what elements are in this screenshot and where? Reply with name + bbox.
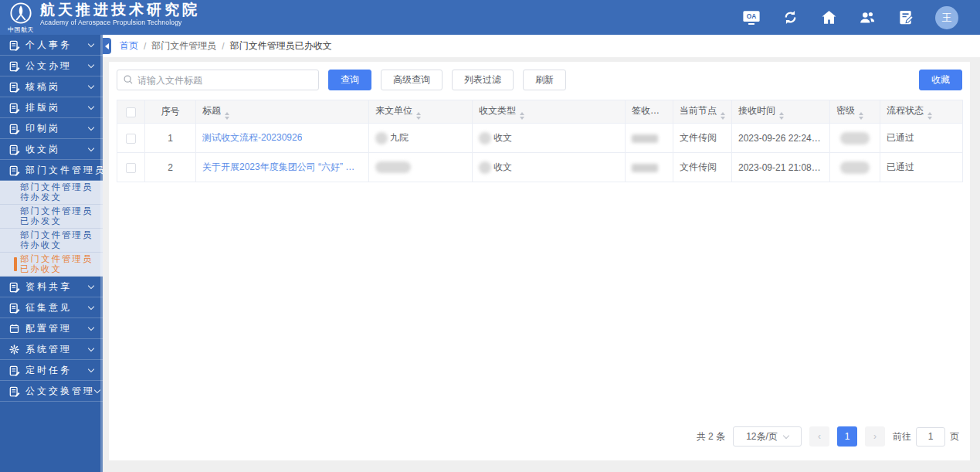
- sidebar-subitem-label: 部门文件管理员已办发文: [20, 206, 93, 226]
- sidebar-subitem-label: 部门文件管理员待办收文: [20, 230, 93, 250]
- goto-page-input[interactable]: [916, 427, 945, 447]
- breadcrumb-home[interactable]: 首页: [120, 39, 138, 53]
- sort-icon[interactable]: [225, 112, 229, 120]
- search-icon: [123, 74, 134, 87]
- config-icon: [9, 324, 21, 334]
- row-checkbox[interactable]: [126, 163, 136, 173]
- sidebar-item[interactable]: 公文办理: [0, 56, 103, 76]
- column-header[interactable]: 来文单位: [369, 100, 473, 124]
- column-header[interactable]: 序号: [145, 100, 196, 124]
- table-row[interactable]: 2关于开展2023年度集团公司 “六好” 班组和航天金牌班组评选...收文文件传…: [117, 153, 963, 182]
- gear-icon: [9, 345, 21, 355]
- sidebar-item[interactable]: 核稿岗: [0, 76, 103, 97]
- sidebar-item[interactable]: 资料共享: [0, 277, 103, 297]
- home-icon[interactable]: [819, 8, 838, 27]
- chevron-down-icon: [88, 82, 94, 88]
- sidebar-item-label: 印制岗: [25, 122, 89, 135]
- sort-icon[interactable]: [927, 112, 932, 120]
- sidebar-item[interactable]: 系统管理: [0, 339, 103, 360]
- sort-icon[interactable]: [520, 112, 524, 120]
- doc-icon: [9, 82, 21, 92]
- redacted-blob: [632, 134, 658, 143]
- column-header[interactable]: 签收人: [626, 100, 673, 124]
- sidebar-item-label: 资料共享: [25, 280, 89, 294]
- chevron-down-icon: [88, 324, 94, 330]
- chevron-down-icon: [88, 303, 94, 309]
- column-header[interactable]: 接收时间: [732, 100, 830, 124]
- sidebar-subitem-label: 部门文件管理员已办收文: [20, 254, 93, 274]
- sidebar-item[interactable]: 印制岗: [0, 118, 103, 139]
- sidebar-item[interactable]: 征集意见: [0, 297, 103, 318]
- select-all-checkbox[interactable]: [126, 107, 136, 117]
- sort-icon[interactable]: [779, 112, 784, 120]
- next-page-button[interactable]: ›: [865, 426, 885, 447]
- refresh-button[interactable]: 刷新: [523, 70, 566, 90]
- sidebar-item-label: 个人事务: [25, 39, 89, 52]
- breadcrumb-current: 部门文件管理员已办收文: [230, 39, 332, 53]
- column-header[interactable]: 收文类型: [473, 100, 626, 124]
- sidebar-item[interactable]: 排版岗: [0, 97, 103, 118]
- doc-type-cell: 收文: [473, 124, 626, 153]
- page-number-1[interactable]: 1: [837, 426, 857, 447]
- secrecy-cell: [830, 153, 880, 182]
- pagination: 共 2 条 12条/页 ‹ 1 › 前往 页: [697, 426, 959, 447]
- row-checkbox[interactable]: [126, 134, 136, 144]
- contacts-icon[interactable]: [858, 8, 877, 27]
- redacted-blob: [479, 132, 491, 144]
- chevron-down-icon: [88, 144, 94, 151]
- compose-note-icon[interactable]: [897, 8, 915, 27]
- total-count: 共 2 条: [697, 430, 725, 443]
- sidebar-collapse-toggle[interactable]: [103, 38, 111, 54]
- page-size-select[interactable]: 12条/页: [733, 426, 802, 447]
- user-avatar[interactable]: 王: [935, 6, 958, 29]
- list-filter-button[interactable]: 列表过滤: [452, 70, 514, 90]
- prev-page-button[interactable]: ‹: [809, 426, 829, 447]
- sidebar-item[interactable]: 公文交换管理: [0, 381, 103, 402]
- search-input[interactable]: [117, 70, 319, 90]
- column-header[interactable]: 密级: [830, 100, 880, 124]
- doc-icon: [9, 144, 21, 155]
- chevron-down-icon: [88, 365, 94, 372]
- query-button[interactable]: 查询: [328, 70, 371, 90]
- sort-icon[interactable]: [663, 112, 668, 120]
- doc-icon: [9, 165, 21, 175]
- redacted-blob: [632, 164, 658, 172]
- document-title-link[interactable]: 关于开展2023年度集团公司 “六好” 班组和航天金牌班组评选...: [202, 161, 362, 174]
- oa-system-icon[interactable]: OA: [742, 8, 761, 27]
- chevron-down-icon: [88, 40, 94, 46]
- chevron-down-icon: [88, 282, 94, 288]
- column-header[interactable]: 当前节点: [673, 100, 732, 124]
- sidebar-item[interactable]: 部门文件管理员: [0, 160, 103, 181]
- sync-icon[interactable]: [781, 8, 799, 27]
- favorite-button[interactable]: 收藏: [919, 70, 962, 90]
- row-index: 1: [145, 124, 196, 153]
- table-row[interactable]: 1测试收文流程-20230926九院收文文件传阅2023-09-26 22:24…: [117, 124, 963, 153]
- sidebar-item-label: 公文办理: [25, 59, 89, 73]
- logo-caption: 中国航天: [8, 25, 34, 34]
- chevron-down-icon: [88, 103, 94, 109]
- sidebar-item-label: 部门文件管理员: [25, 164, 103, 177]
- sidebar-subitem[interactable]: 部门文件管理员待办发文: [0, 181, 103, 205]
- sort-icon[interactable]: [721, 112, 725, 120]
- sidebar-item[interactable]: 定时任务: [0, 360, 103, 381]
- column-header[interactable]: 标题: [196, 100, 369, 124]
- sidebar-subitem[interactable]: 部门文件管理员已办收文: [0, 253, 103, 277]
- sort-icon[interactable]: [859, 112, 863, 120]
- sidebar-item[interactable]: 配置管理: [0, 318, 103, 339]
- sidebar-item[interactable]: 个人事务: [0, 35, 103, 56]
- org-title: 航天推进技术研究院: [40, 2, 200, 19]
- advanced-query-button[interactable]: 高级查询: [381, 70, 443, 90]
- sidebar-item[interactable]: 收文岗: [0, 139, 103, 160]
- doc-icon: [9, 365, 21, 375]
- sort-icon[interactable]: [416, 112, 421, 120]
- sidebar-subitem[interactable]: 部门文件管理员已办发文: [0, 205, 103, 229]
- column-header[interactable]: 流程状态: [880, 100, 963, 124]
- app-header: 中国航天 航天推进技术研究院 Academy of Aerospace Prop…: [0, 0, 980, 35]
- chevron-down-icon: [783, 432, 789, 438]
- signer-cell: [626, 124, 673, 153]
- from-unit-cell: 九院: [369, 124, 473, 153]
- sidebar-subitem[interactable]: 部门文件管理员待办收文: [0, 229, 103, 253]
- sidebar-subitem-label: 部门文件管理员待办发文: [20, 182, 93, 202]
- document-title-link[interactable]: 测试收文流程-20230926: [202, 131, 302, 144]
- secrecy-cell: [830, 124, 880, 153]
